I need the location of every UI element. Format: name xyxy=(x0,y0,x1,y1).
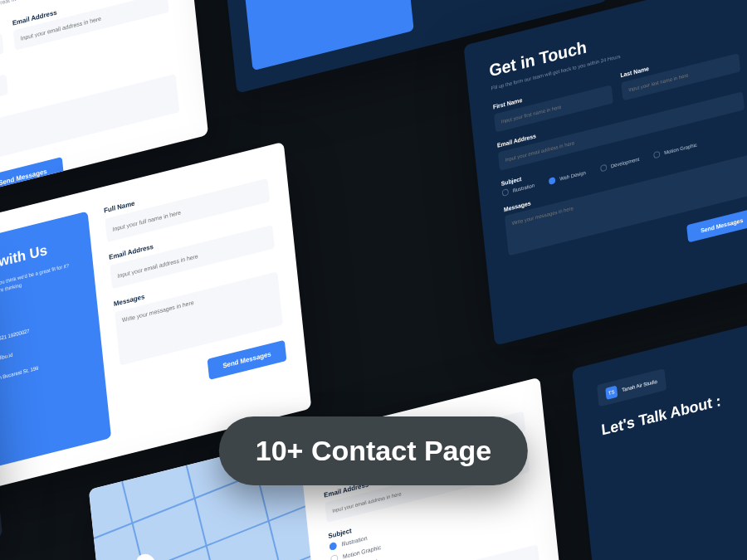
get-in-touch-card: Get in Touch Fill up the form our team w… xyxy=(463,0,747,346)
info-panel: Let's talk with Us Have a project in min… xyxy=(232,0,414,71)
lets-talk-about-card: TS Tanah Air Studio Let's Talk About : xyxy=(572,297,747,560)
send-button[interactable]: Send Messages xyxy=(0,157,64,197)
radio-icon xyxy=(329,542,337,551)
headline-badge: 10+ Contact Page xyxy=(219,416,528,485)
messages-input[interactable] xyxy=(505,155,747,256)
radio-icon xyxy=(653,151,661,159)
radio-icon xyxy=(330,554,339,560)
send-button[interactable]: Send Messages xyxy=(208,340,287,380)
avatar-icon: TS xyxy=(605,386,618,400)
chip-label: Tanah Air Studio xyxy=(622,379,657,393)
radio-icon xyxy=(502,188,510,197)
radio-icon xyxy=(549,177,556,185)
radio-icon xyxy=(600,164,608,173)
studio-chip[interactable]: TS Tanah Air Studio xyxy=(597,368,666,407)
info-panel: Let's talk with Us Have a project in min… xyxy=(0,212,111,480)
send-button[interactable]: Send Messages xyxy=(687,208,747,243)
